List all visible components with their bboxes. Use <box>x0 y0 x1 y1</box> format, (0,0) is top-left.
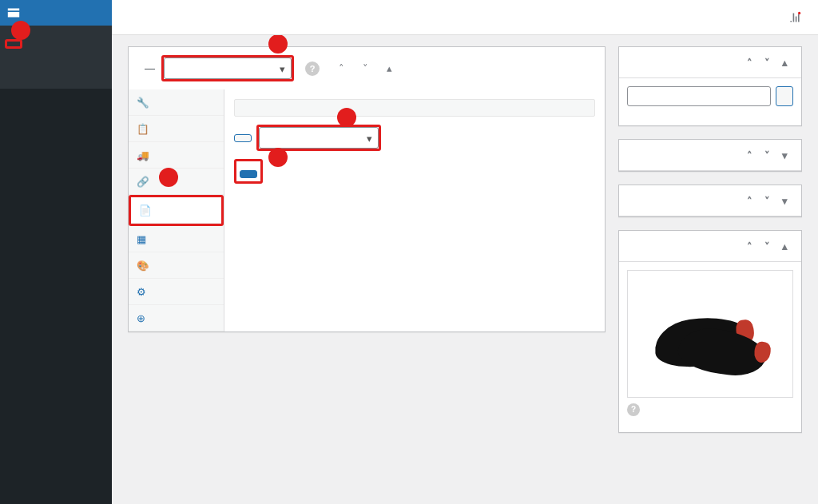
add-tag-button[interactable] <box>776 86 793 106</box>
tab-more[interactable]: ⊕ <box>129 305 224 331</box>
help-icon[interactable]: ? <box>627 403 640 416</box>
panel-up-icon[interactable]: ˄ <box>332 60 350 77</box>
submenu-categories[interactable] <box>0 53 112 61</box>
badge-2 <box>268 35 288 54</box>
badge-3 <box>159 168 178 187</box>
info-box <box>234 99 595 117</box>
panel-up-icon[interactable]: ˄ <box>741 237 758 255</box>
panel-toggle-icon[interactable]: ▴ <box>380 60 398 77</box>
help-icon[interactable]: ? <box>305 62 320 76</box>
svg-point-0 <box>798 11 800 14</box>
grid-icon: ▦ <box>137 233 148 244</box>
product-data-header: — ▾ ? ˄ ˅ ▴ <box>129 47 605 89</box>
product-data-tabs: 🔧 📋 🚚 🔗 📄 ▦ 🎨 ⚙ ⊕ <box>129 89 224 331</box>
product-type-select[interactable] <box>164 58 292 79</box>
badge-4 <box>337 108 356 127</box>
add-new-button[interactable] <box>234 134 252 142</box>
panel-up-icon[interactable]: ˄ <box>741 146 758 164</box>
panel-toggle-icon[interactable]: ▾ <box>776 192 793 209</box>
products-icon <box>6 6 21 20</box>
badge-5 <box>268 148 288 167</box>
tab-shipping[interactable]: 🚚 <box>129 142 224 169</box>
panel-down-icon[interactable]: ˅ <box>758 146 776 164</box>
add-existing-select[interactable] <box>259 127 379 149</box>
submenu-add-new[interactable] <box>7 42 20 46</box>
save-attributes-button[interactable] <box>240 170 257 178</box>
panel-toggle-icon[interactable]: ▴ <box>776 54 793 71</box>
content: — ▾ ? ˄ ˅ ▴ <box>112 35 818 504</box>
main-area: — ▾ ? ˄ ˅ ▴ <box>112 0 818 504</box>
product-data-panel: — ▾ ? ˄ ˅ ▴ <box>128 46 606 332</box>
tab-attributes[interactable]: 📄 <box>131 197 221 224</box>
attributes-content: ▾ <box>224 89 605 331</box>
panel-toggle-icon[interactable]: ▴ <box>776 237 793 255</box>
products-submenu <box>0 26 112 89</box>
admin-sidebar <box>0 0 112 504</box>
tab-variations[interactable]: ▦ <box>129 226 224 252</box>
activity-button[interactable] <box>788 11 802 24</box>
tab-yayswatches[interactable]: 🎨 <box>129 252 224 279</box>
gear-icon: ⚙ <box>137 286 148 297</box>
shoe-illustration <box>646 294 774 374</box>
tab-general[interactable]: 🔧 <box>129 89 224 116</box>
topbar <box>112 0 818 35</box>
link-icon: 🔗 <box>137 176 148 187</box>
panel-up-icon[interactable]: ˄ <box>741 192 758 209</box>
product-image[interactable] <box>627 270 793 398</box>
panel-down-icon[interactable]: ˅ <box>758 54 776 71</box>
list-icon: 📄 <box>139 204 150 216</box>
panel-down-icon[interactable]: ˅ <box>356 60 374 77</box>
swatch-icon: 🎨 <box>137 260 148 271</box>
submenu-attributes[interactable] <box>0 69 112 77</box>
plus-icon: ⊕ <box>137 312 148 323</box>
panel-up-icon[interactable]: ˄ <box>741 54 758 71</box>
tab-inventory[interactable]: 📋 <box>129 116 224 142</box>
submenu-tags[interactable] <box>0 61 112 69</box>
astra-panel: ˄˅▾ <box>618 185 802 217</box>
litespeed-panel: ˄˅▾ <box>618 139 802 172</box>
panel-toggle-icon[interactable]: ▾ <box>776 146 793 164</box>
tab-advanced[interactable]: ⚙ <box>129 279 224 305</box>
panel-down-icon[interactable]: ˅ <box>758 192 776 209</box>
clipboard-icon: 📋 <box>137 123 148 134</box>
submenu-reviews[interactable] <box>0 77 112 85</box>
badge-1 <box>11 21 30 40</box>
product-tags-panel: ˄˅▴ <box>618 46 802 126</box>
truck-icon: 🚚 <box>137 149 148 161</box>
tags-input[interactable] <box>627 86 771 106</box>
wrench-icon: 🔧 <box>137 97 148 108</box>
panel-down-icon[interactable]: ˅ <box>758 237 776 255</box>
product-image-panel: ˄˅▴ ? <box>618 230 802 433</box>
